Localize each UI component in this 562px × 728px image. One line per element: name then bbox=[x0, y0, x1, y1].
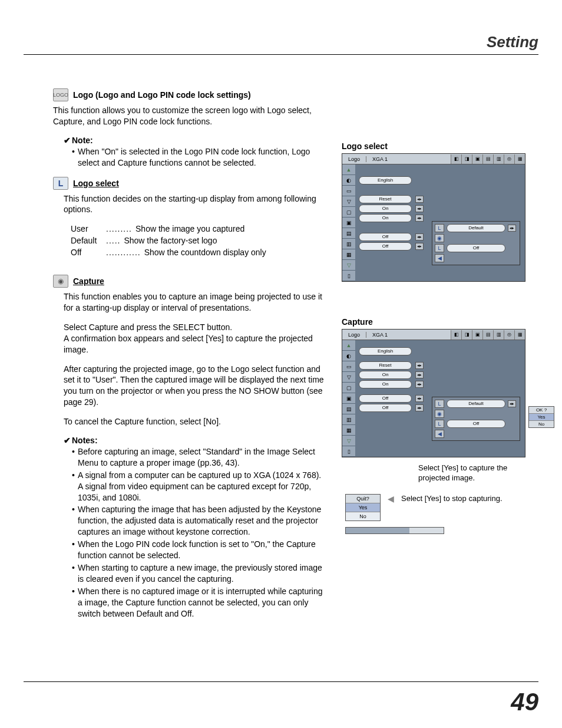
capture-p2a: Select Capture and press the SELECT butt… bbox=[64, 322, 324, 333]
footer-divider bbox=[24, 681, 538, 682]
adjust-icon: ◂▸ bbox=[415, 371, 424, 378]
logo-select-heading: L Logo select bbox=[53, 177, 324, 190]
popup-l-icon: L bbox=[435, 400, 444, 408]
side-icon: ▢ bbox=[342, 207, 355, 218]
opt-user-v: Show the image you captured bbox=[135, 223, 324, 235]
osd-mode: XGA 1 bbox=[366, 156, 394, 162]
adjust-icon: ◂▸ bbox=[415, 395, 424, 402]
tab-icon: ▥ bbox=[493, 154, 504, 164]
page-title: Setting bbox=[487, 33, 538, 51]
progress-bar bbox=[345, 527, 444, 534]
osd-logo-select: Logo XGA 1 ◧ ◨ ▣ ▤ ▥ ◎ ▦ ▲ ◐ ▭ ▽ bbox=[342, 153, 525, 282]
osd-value: Reset bbox=[359, 195, 412, 203]
tab-icon: ◨ bbox=[461, 330, 472, 340]
popup-lock-icon: L bbox=[435, 420, 444, 428]
side-icon: ▦ bbox=[342, 425, 355, 436]
osd-value: English bbox=[359, 176, 412, 185]
confirm-title: OK ? bbox=[529, 407, 554, 414]
capture-heading: ◉ Capture bbox=[53, 275, 324, 288]
tab-icon: ▦ bbox=[514, 154, 525, 164]
capture-p2b: A confirmation box appears and select [Y… bbox=[64, 333, 324, 355]
tab-icon: ◧ bbox=[451, 330, 461, 340]
opt-off-k: Off bbox=[71, 247, 106, 259]
logo-title: Logo (Logo and Logo PIN code lock settin… bbox=[73, 90, 251, 100]
tab-icon: ▥ bbox=[493, 330, 504, 340]
side-icon: ▭ bbox=[342, 361, 355, 372]
osd-value: Off bbox=[359, 233, 412, 241]
logo-intro: This function allows you to customize th… bbox=[53, 105, 324, 127]
note-6: When there is no captured image or it is… bbox=[78, 586, 324, 620]
notes-label-text: Notes: bbox=[72, 436, 98, 445]
opt-default-d: ..... bbox=[106, 235, 124, 247]
capture-icon: ◉ bbox=[53, 275, 68, 288]
note-text: When "On" is selected in the Logo PIN co… bbox=[78, 146, 324, 169]
side-icon: ▢ bbox=[342, 383, 355, 393]
opt-default-k: Default bbox=[71, 235, 106, 247]
popup-cam-icon: ◉ bbox=[435, 410, 444, 418]
side-icon: ▤ bbox=[342, 228, 355, 239]
note-1: Before capturing an image, select "Stand… bbox=[78, 446, 324, 469]
popup-back-icon: ◀ bbox=[435, 254, 444, 262]
side-icon: ▥ bbox=[342, 414, 355, 425]
osd-menu-label: Logo bbox=[342, 332, 366, 338]
tab-icon: ▤ bbox=[482, 330, 493, 340]
side-icon: ◐ bbox=[342, 175, 355, 186]
popup-off: Off bbox=[447, 244, 505, 252]
tab-icon: ▤ bbox=[482, 154, 493, 164]
adjust-icon: ◂▸ bbox=[415, 215, 424, 222]
capture-p4: To cancel the Capture function, select [… bbox=[64, 416, 324, 427]
page-content: LOGO Logo (Logo and Logo PIN code lock s… bbox=[53, 88, 538, 620]
popup-cam-icon: ◉ bbox=[435, 234, 444, 242]
scroll-down-icon: ▽ bbox=[342, 436, 355, 446]
scroll-down-icon: ▽ bbox=[342, 260, 355, 271]
side-icon: ▤ bbox=[342, 404, 355, 414]
tab-icon: ◎ bbox=[504, 330, 514, 340]
scroll-up-icon: ▲ bbox=[342, 164, 355, 175]
popup-off: Off bbox=[447, 420, 505, 428]
scroll-up-icon: ▲ bbox=[342, 340, 355, 351]
tab-icon: ◎ bbox=[504, 154, 514, 164]
osd-popup: LDefault◂▸ ◉ LOff ◀ bbox=[432, 221, 520, 265]
side-icon: ▽ bbox=[342, 372, 355, 383]
tab-icon: ◧ bbox=[451, 154, 461, 164]
popup-lock-icon: L bbox=[435, 244, 444, 252]
osd-value: On bbox=[359, 371, 412, 379]
side-icon: ▦ bbox=[342, 249, 355, 260]
popup-default: Default bbox=[447, 224, 505, 232]
osd-value: Off bbox=[359, 404, 412, 412]
tab-icon: ▦ bbox=[514, 330, 525, 340]
left-column: LOGO Logo (Logo and Logo PIN code lock s… bbox=[53, 88, 324, 620]
note-label-text: Note: bbox=[72, 136, 93, 145]
osd-popup: LDefault◂▸ ◉ LOff ◀ bbox=[432, 397, 520, 441]
opt-user-k: User bbox=[71, 223, 106, 235]
quit-dialog: Quit? Yes No bbox=[345, 494, 381, 521]
quit-no: No bbox=[346, 512, 380, 521]
osd-value: On bbox=[359, 214, 412, 222]
side-icon: ▯ bbox=[342, 446, 355, 457]
logo-select-icon: L bbox=[53, 177, 68, 190]
side-icon: ▯ bbox=[342, 271, 355, 281]
side-icon: ▥ bbox=[342, 239, 355, 249]
note-label: ✔Note: bbox=[64, 136, 324, 145]
popup-back-icon: ◀ bbox=[435, 430, 444, 438]
note-5: When starting to capture a new image, th… bbox=[78, 562, 324, 585]
right-logo-select-title: Logo select bbox=[342, 141, 536, 151]
adjust-icon: ◂▸ bbox=[415, 243, 424, 250]
adjust-icon: ◂▸ bbox=[415, 205, 424, 212]
capture-p3: After capturing the projected image, go … bbox=[64, 364, 324, 409]
pointer-icon: ◀ bbox=[388, 494, 394, 503]
capture-title: Capture bbox=[73, 276, 104, 286]
caption-quit: Select [Yes] to stop capturing. bbox=[401, 494, 503, 504]
osd-capture: Logo XGA 1 ◧ ◨ ▣ ▤ ▥ ◎ ▦ ▲ ◐ ▭ ▽ bbox=[342, 329, 525, 457]
osd-value: On bbox=[359, 380, 412, 388]
opt-off-d: ............ bbox=[106, 247, 144, 259]
opt-default-v: Show the factory-set logo bbox=[124, 235, 324, 247]
tab-icon: ▣ bbox=[472, 330, 482, 340]
side-icon: ◐ bbox=[342, 351, 355, 361]
adjust-icon: ◂▸ bbox=[415, 196, 424, 203]
caption-capture: Select [Yes] to capture the projected im… bbox=[418, 463, 536, 483]
osd-value: Reset bbox=[359, 361, 412, 370]
note-4: When the Logo PIN code lock function is … bbox=[78, 539, 324, 561]
osd-value: Off bbox=[359, 242, 412, 251]
note-list: •When "On" is selected in the Logo PIN c… bbox=[72, 146, 324, 169]
